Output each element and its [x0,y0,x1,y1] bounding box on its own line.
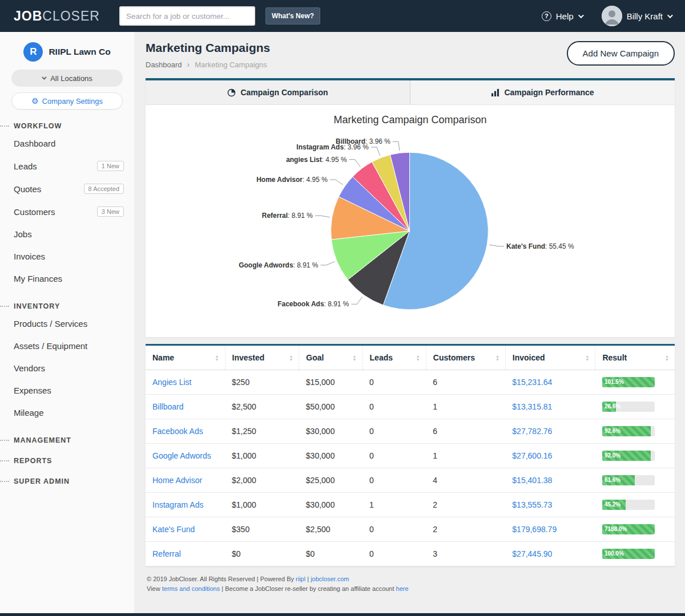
sidebar-item-expenses[interactable]: Expenses [0,379,134,402]
sort-icon[interactable]: ▲▼ [665,355,669,362]
sort-icon[interactable]: ▲▼ [215,355,219,362]
campaign-link[interactable]: Home Advisor [152,476,202,485]
sidebar-item-leads[interactable]: Leads1 New [0,155,134,177]
column-header-name[interactable]: Name▲▼ [146,346,225,370]
sort-icon[interactable]: ▲▼ [585,355,589,362]
result-progress: 61.6% [602,475,655,485]
table-header-row: Name▲▼Invested▲▼Goal▲▼Leads▲▼Customers▲▼… [146,346,675,370]
pie-label: Kate's Fund: 55.45 % [506,242,574,250]
sort-icon[interactable]: ▲▼ [289,355,293,362]
pie-label: Google Adwords: 8.91 % [239,261,319,269]
whats-new-button[interactable]: What's New? [265,7,320,25]
sort-icon[interactable]: ▲▼ [353,355,357,362]
sidebar-badge: 3 New [97,206,124,217]
campaign-link[interactable]: Referral [152,549,181,558]
column-header-invoiced[interactable]: Invoiced▲▼ [505,346,595,370]
cell-invoiced: $13,555.73 [505,493,595,517]
help-menu[interactable]: ? Help [542,11,582,21]
result-label: 7188.0% [605,526,627,532]
result-bar: 92.0% [602,451,651,461]
locations-dropdown[interactable]: All Locations [11,70,123,87]
cell-result: 92.6% [595,419,675,444]
company-settings-button[interactable]: ⚙ Company Settings [11,92,123,110]
sidebar-item-assets-equipment[interactable]: Assets / Equipment [0,335,134,357]
company-logo: R [23,42,43,62]
sidebar-item-my-finances[interactable]: My Finances [0,268,134,290]
user-menu[interactable]: Billy Kraft [602,6,671,26]
pie-label: Facebook Ads: 8.91 % [277,300,349,308]
table-row-google-adwords: Google Adwords$1,000$30,00001$27,600.169… [146,444,675,468]
sidebar-section-inventory[interactable]: INVENTORY [0,302,134,310]
section-label: REPORTS [14,457,52,465]
add-new-campaign-button[interactable]: Add New Campaign [567,41,675,66]
campaign-link[interactable]: Angies List [152,378,191,387]
sidebar-item-dashboard[interactable]: Dashboard [0,132,134,155]
sidebar: R RIIPL Lawn Co All Locations ⚙ Company … [0,32,134,616]
pie-label: Home Advisor: 4.95 % [256,176,328,184]
invoiced-link[interactable]: $179,698.79 [512,525,557,534]
invoiced-link[interactable]: $15,231.64 [512,378,552,387]
cell-invoiced: $15,401.38 [505,468,595,493]
search-input[interactable] [119,6,255,26]
result-bar: 100.0% [602,549,655,559]
sidebar-item-vendors[interactable]: Vendors [0,357,134,379]
campaign-link[interactable]: Kate's Fund [152,525,195,534]
cell-leads: 0 [362,542,426,566]
invoiced-link[interactable]: $27,445.90 [512,549,552,558]
campaign-link[interactable]: Billboard [152,402,183,411]
cell-invested: $1,000 [225,444,299,468]
column-header-goal[interactable]: Goal▲▼ [299,346,362,370]
table-row-referral: Referral$0$003$27,445.90100.0% [146,542,675,566]
result-label: 100.0% [605,550,624,557]
invoiced-link[interactable]: $13,555.73 [512,500,552,509]
terms-link[interactable]: terms and conditions [162,585,220,592]
cell-customers: 1 [426,444,505,468]
label-connector [330,180,343,185]
sort-icon[interactable]: ▲▼ [416,355,420,362]
sidebar-section-reports[interactable]: REPORTS [0,457,134,465]
campaign-link[interactable]: Facebook Ads [152,427,203,436]
cell-leads: 0 [362,419,426,444]
sidebar-item-mileage[interactable]: Mileage [0,402,134,424]
sidebar-item-jobs[interactable]: Jobs [0,223,134,245]
sidebar-item-invoices[interactable]: Invoices [0,245,134,268]
sidebar-section-super-admin[interactable]: SUPER ADMIN [0,477,134,485]
column-header-result[interactable]: Result▲▼ [595,346,675,370]
column-header-leads[interactable]: Leads▲▼ [362,346,426,370]
column-header-customers[interactable]: Customers▲▼ [426,346,505,370]
sidebar-item-products-services[interactable]: Products / Services [0,313,134,335]
cell-goal: $50,000 [299,395,362,419]
affiliate-link[interactable]: here [396,585,409,592]
app-logo[interactable]: JOBCLOSER [14,9,100,24]
sidebar-item-customers[interactable]: Customers3 New [0,200,134,223]
cell-customers: 1 [426,395,505,419]
pie-label: Billboard: 3.96 % [336,137,390,145]
logo-text-light: CLOSER [42,9,100,23]
help-icon: ? [542,11,551,21]
column-header-invested[interactable]: Invested▲▼ [225,346,299,370]
invoiced-link[interactable]: $27,600.16 [512,451,552,460]
tab-campaign-comparison[interactable]: Campaign Comparison [146,80,410,104]
cell-goal: $25,000 [299,468,362,493]
tab-campaign-performance[interactable]: Campaign Performance [410,80,675,104]
result-label: 45.2% [605,501,620,508]
column-label: Name [152,353,174,362]
sidebar-section-management[interactable]: MANAGEMENT [0,436,134,444]
invoiced-link[interactable]: $27,782.76 [512,427,552,436]
sidebar-item-quotes[interactable]: Quotes8 Accepted [0,177,134,200]
sort-icon[interactable]: ▲▼ [495,355,499,362]
cell-leads: 0 [362,444,426,468]
sidebar-section-workflow[interactable]: WORKFLOW [0,122,134,130]
breadcrumb-dashboard[interactable]: Dashboard [146,60,182,69]
cell-goal: $30,000 [299,444,362,468]
campaign-link[interactable]: Instagram Ads [152,500,204,509]
column-label: Leads [370,353,393,362]
view-text: View [147,585,160,592]
campaign-link[interactable]: Google Adwords [152,451,211,460]
invoiced-link[interactable]: $15,401.38 [512,476,552,485]
invoiced-link[interactable]: $13,315.81 [512,402,552,411]
cell-goal: $30,000 [299,419,362,444]
riipl-link[interactable]: riipl [296,576,305,582]
help-label: Help [556,11,574,21]
jobcloser-link[interactable]: jobcloser.com [311,576,349,582]
